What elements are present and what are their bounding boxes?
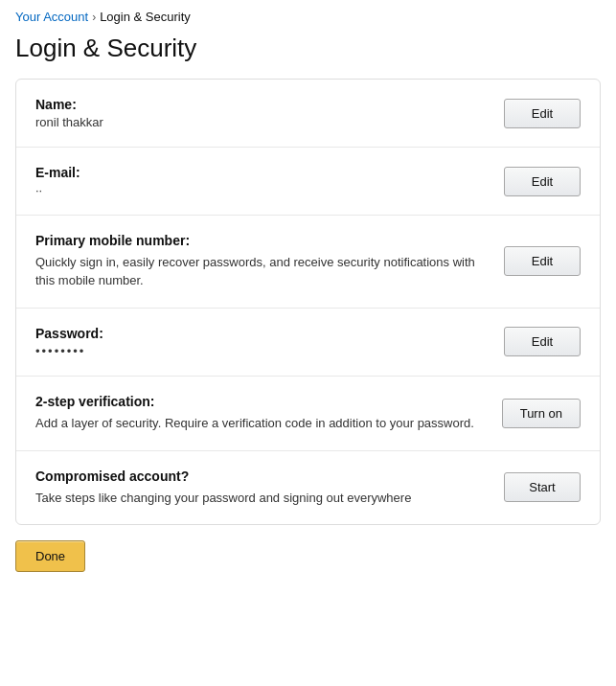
email-label: E-mail:: [35, 165, 485, 180]
page-title: Login & Security: [0, 30, 616, 79]
email-content: E-mail: ··: [35, 165, 504, 197]
compromised-content: Compromised account? Take steps like cha…: [35, 469, 504, 508]
compromised-start-button[interactable]: Start: [504, 472, 581, 502]
email-action: Edit: [504, 167, 581, 196]
settings-card: Name: ronil thakkar Edit E-mail: ·· Edit…: [15, 79, 601, 525]
two-step-content: 2-step verification: Add a layer of secu…: [35, 394, 502, 433]
password-edit-button[interactable]: Edit: [504, 327, 581, 356]
compromised-action: Start: [504, 472, 581, 502]
password-content: Password: ••••••••: [35, 326, 504, 358]
password-row: Password: •••••••• Edit: [16, 309, 600, 377]
compromised-label: Compromised account?: [35, 469, 485, 484]
two-step-action: Turn on: [502, 399, 581, 428]
name-label: Name:: [35, 97, 485, 112]
name-action: Edit: [504, 99, 581, 128]
password-value: ••••••••: [35, 344, 485, 358]
two-step-row: 2-step verification: Add a layer of secu…: [16, 377, 600, 451]
breadcrumb-separator: ›: [92, 11, 96, 24]
mobile-edit-button[interactable]: Edit: [504, 246, 581, 276]
two-step-turn-on-button[interactable]: Turn on: [502, 399, 581, 428]
compromised-row: Compromised account? Take steps like cha…: [16, 451, 600, 525]
compromised-description: Take steps like changing your password a…: [35, 490, 485, 508]
mobile-row: Primary mobile number: Quickly sign in, …: [16, 216, 600, 309]
two-step-label: 2-step verification:: [35, 394, 483, 409]
breadcrumb: Your Account › Login & Security: [0, 0, 616, 30]
name-value: ronil thakkar: [35, 115, 485, 129]
mobile-content: Primary mobile number: Quickly sign in, …: [35, 233, 504, 290]
mobile-action: Edit: [504, 246, 581, 276]
email-edit-button[interactable]: Edit: [504, 167, 581, 196]
password-label: Password:: [35, 326, 485, 341]
email-value: ··: [35, 183, 485, 197]
password-action: Edit: [504, 327, 581, 356]
done-button[interactable]: Done: [15, 540, 85, 572]
email-row: E-mail: ·· Edit: [16, 148, 600, 216]
name-row: Name: ronil thakkar Edit: [16, 80, 600, 148]
mobile-label: Primary mobile number:: [35, 233, 485, 248]
name-edit-button[interactable]: Edit: [504, 99, 581, 128]
breadcrumb-current: Login & Security: [100, 10, 191, 24]
breadcrumb-your-account[interactable]: Your Account: [15, 10, 88, 24]
mobile-description: Quickly sign in, easily recover password…: [35, 254, 485, 290]
name-content: Name: ronil thakkar: [35, 97, 504, 129]
two-step-description: Add a layer of security. Require a verif…: [35, 415, 483, 433]
